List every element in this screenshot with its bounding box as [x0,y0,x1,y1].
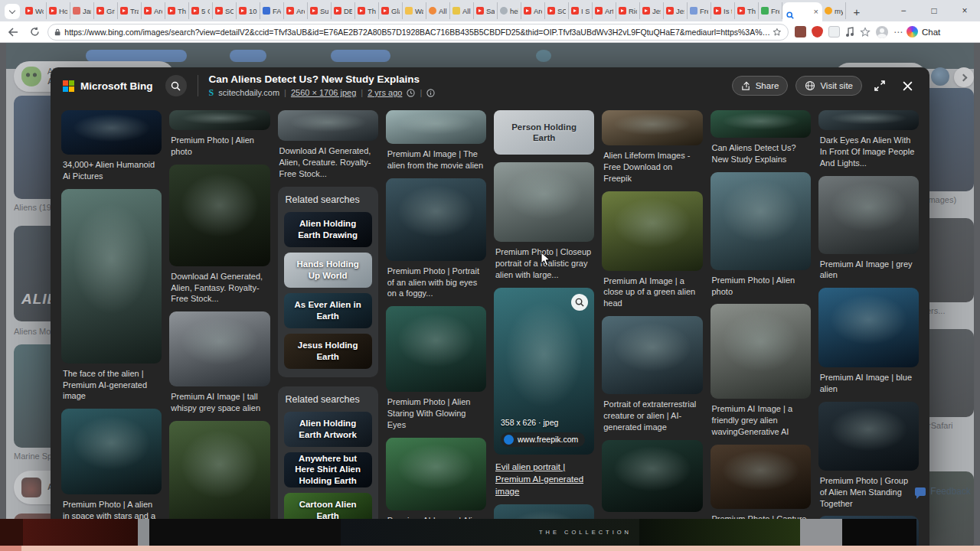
result-caption[interactable]: Premium AI Image | tall whispy grey spac… [171,391,268,414]
result-thumbnail[interactable] [818,110,919,130]
browser-tab[interactable]: Jes [640,2,664,19]
close-overlay-button[interactable] [897,76,917,96]
result-thumbnail[interactable] [386,306,486,392]
result-thumbnail[interactable] [169,421,270,530]
browser-menu-button[interactable]: ⋯ [893,27,903,37]
image-search-button[interactable] [165,75,187,96]
image-age-link[interactable]: 2 yrs ago [368,88,402,97]
new-tab-button[interactable]: + [849,4,864,19]
browser-tab[interactable]: Jar [70,2,94,19]
main-image[interactable]: 358 x 626 · jpegwww.freepik.com [494,288,594,455]
info-icon[interactable] [426,89,435,97]
result-thumbnail[interactable] [602,316,702,394]
result-caption[interactable]: 34,000+ Alien Humanoid Ai Pictures [63,159,160,182]
browser-tab[interactable]: All [426,2,450,19]
feedback-button[interactable]: Feedback [915,486,971,497]
browser-tab[interactable]: Is t [711,2,735,19]
result-caption[interactable]: The face of the alien | Premium AI-gener… [63,368,160,403]
result-thumbnail[interactable] [386,438,486,510]
browser-tab[interactable]: Jes [664,2,688,19]
result-caption[interactable]: Premium Photo | Alien photo [171,135,268,158]
browser-tab[interactable]: I S [569,2,593,19]
related-search-tile[interactable]: Alien Holding Earth Drawing [284,212,372,247]
image-title-link[interactable]: Evil alien portrait | Premium AI-generat… [495,461,593,497]
browser-tab[interactable]: Wo [23,2,47,19]
browser-tab[interactable]: Gla [379,2,403,19]
refresh-button[interactable] [26,24,43,41]
related-search-tile[interactable]: Anywhere but Here Shirt Alien Holding Ea… [284,452,372,487]
result-thumbnail[interactable] [169,165,270,266]
result-thumbnail[interactable] [169,110,270,130]
image-host-pill[interactable]: www.freepik.com [501,432,585,447]
result-caption[interactable]: Alien Lifeform Images - Free Download on… [603,150,701,184]
result-thumbnail[interactable] [710,172,811,270]
result-thumbnail[interactable] [386,110,486,144]
profile-avatar[interactable] [876,26,888,38]
related-search-tile[interactable]: Hands Holding Up World [284,253,372,288]
browser-tab[interactable]: Wa [403,2,426,19]
result-thumbnail[interactable] [61,110,162,155]
result-thumbnail[interactable] [710,110,811,138]
adblock-icon[interactable] [812,26,823,37]
extension-icon[interactable] [795,26,806,37]
browser-tab[interactable]: Are [142,2,165,19]
browser-tab[interactable]: DE [332,2,355,19]
related-search-tile[interactable]: As Ever Alien in Earth [284,293,372,328]
back-button[interactable] [5,24,21,41]
chat-button[interactable]: Chat [906,26,940,37]
result-caption[interactable]: Premium AI Image | grey alien [820,259,917,282]
result-caption[interactable]: Premium AI Image | blue alien [820,372,917,395]
image-dimensions-link[interactable]: 2560 × 1706 jpeg [291,88,356,97]
result-thumbnail[interactable] [818,176,919,254]
browser-tab[interactable]: Sat [474,2,498,19]
result-thumbnail[interactable] [602,440,702,512]
close-window-button[interactable]: × [949,0,980,21]
minimize-button[interactable]: − [888,0,919,21]
result-caption[interactable]: Portrait of extraterrestrial creature or… [603,399,701,433]
restore-button[interactable]: □ [919,0,949,21]
result-caption[interactable]: Premium Photo | Portrait of an alien wit… [387,266,485,300]
related-search-tile[interactable]: Person Holding Earth [494,110,594,155]
active-browser-tab[interactable]: × [782,2,822,21]
browser-tab[interactable]: my [822,2,846,19]
browser-tab[interactable]: 10 [237,2,260,19]
browser-tab[interactable]: Thi [165,2,189,19]
tab-search-chevron-button[interactable] [5,4,20,19]
browser-tab[interactable]: Fre [688,2,711,19]
result-thumbnail[interactable] [494,162,594,242]
result-caption[interactable]: Premium AI Image | a close up of a green… [603,276,701,310]
browser-tab[interactable]: All [450,2,474,19]
extension-icon[interactable] [828,26,840,37]
browser-tab[interactable]: Ho [47,2,70,19]
media-control-icon[interactable] [845,27,854,37]
browser-tab[interactable]: Su [308,2,332,19]
result-caption[interactable]: Premium AI Image | a friendly grey alien… [712,403,809,438]
browser-tab[interactable]: SC [213,2,237,19]
result-caption[interactable]: Download AI Generated, Alien, Fantasy. R… [171,271,268,305]
source-domain[interactable]: scitechdaily.com [218,88,279,97]
result-caption[interactable]: Premium Photo | Alien photo [712,275,809,298]
browser-tab[interactable]: Art [593,2,616,19]
result-caption[interactable]: Premium AI Image | The alien from the mo… [387,148,485,171]
tab-close-icon[interactable]: × [814,8,818,16]
fullscreen-button[interactable] [870,76,890,96]
bookmark-star-icon[interactable] [773,27,782,37]
result-thumbnail[interactable] [278,110,378,141]
result-thumbnail[interactable] [61,409,162,494]
browser-tab[interactable]: SC [545,2,569,19]
result-thumbnail[interactable] [602,191,702,271]
result-caption[interactable]: Can Aliens Detect Us? New Study Explains [712,142,809,165]
result-thumbnail[interactable] [818,288,919,367]
result-thumbnail[interactable] [61,189,162,364]
favorites-sparkle-icon[interactable] [860,27,871,37]
result-caption[interactable]: Download AI Generated, Alien, Creature. … [279,145,377,180]
result-caption[interactable]: Dark Eyes An Alien With In Front Of Imag… [820,135,917,169]
related-search-tile[interactable]: Alien Holding Earth Artwork [284,412,372,447]
result-caption[interactable]: Premium Photo | Group of Alien Men Stand… [820,475,917,510]
share-button[interactable]: Share [732,76,789,96]
browser-tab[interactable]: Fre [759,2,782,19]
related-search-tile[interactable]: Jesus Holding Earth [284,334,372,369]
visit-site-button[interactable]: Visit site [795,76,862,96]
browser-tab[interactable]: Ric [616,2,640,19]
result-thumbnail[interactable] [710,304,811,399]
